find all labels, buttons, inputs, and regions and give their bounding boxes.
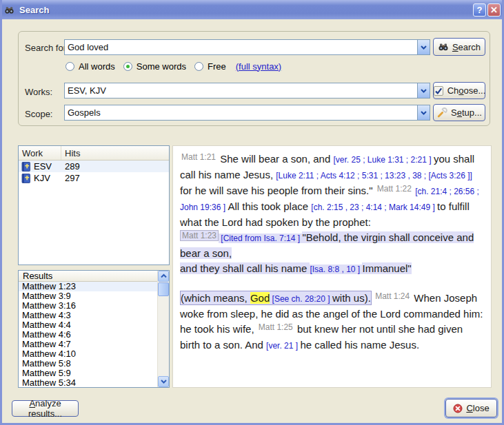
- analyze-button-label: Analyze results...: [17, 398, 74, 419]
- result-item[interactable]: Matthew 4:4: [19, 320, 157, 330]
- binoculars-icon: [438, 41, 449, 52]
- works-label: Works:: [25, 87, 52, 97]
- results-scrollbar[interactable]: [157, 271, 169, 387]
- analyze-results-button[interactable]: Analyze results...: [12, 400, 79, 417]
- results-panel: Results Matthew 1:23Matthew 3:9Matthew 3…: [18, 270, 170, 388]
- radio-label: All words: [79, 61, 115, 72]
- table-row[interactable]: ESV289: [19, 160, 169, 172]
- chevron-down-icon[interactable]: [417, 83, 430, 98]
- result-item[interactable]: Matthew 4:3: [19, 311, 157, 320]
- search-dialog: { "window": { "title": "Search", "help_g…: [0, 0, 504, 425]
- scope-input[interactable]: [65, 105, 417, 120]
- result-item[interactable]: Matthew 4:7: [19, 340, 157, 349]
- ref-segment: Matt 1:25: [257, 322, 294, 332]
- window-close-button[interactable]: ✕: [487, 3, 501, 17]
- radio-label: Free: [208, 61, 226, 72]
- xref-segment[interactable]: [Luke 2:11 ; Acts 4:12 ; 5:31 ; 13:23 , …: [276, 171, 472, 180]
- verse-paragraph: Matt 1:21 She will bear a son, and [ver.…: [180, 152, 484, 230]
- radio-circle: [65, 62, 74, 71]
- radio-some-words[interactable]: Some words: [123, 61, 186, 72]
- hits-table-body: ESV289 KJV297: [19, 160, 169, 184]
- table-row[interactable]: KJV297: [19, 172, 169, 184]
- red-x-circle-icon: [453, 404, 463, 413]
- checkmark-icon: [433, 85, 444, 96]
- search-button-label: Search: [452, 42, 481, 52]
- xref-segment[interactable]: [See ch. 28:20 ]: [270, 294, 332, 304]
- binoculars-icon: [3, 5, 15, 15]
- setup-scope-button[interactable]: Setup...: [433, 104, 485, 121]
- close-button[interactable]: Close: [445, 399, 497, 417]
- xref-segment[interactable]: [ver. 25 ; Luke 1:31 ; 2:21 ]: [333, 155, 433, 165]
- verse-paragraph: (which means, God [See ch. 28:20 ] with …: [180, 291, 484, 353]
- result-item[interactable]: Matthew 3:16: [19, 301, 157, 311]
- verse-paragraph: Matt 1:23 [Cited from Isa. 7:14 ] "Behol…: [180, 230, 484, 261]
- full-syntax-link[interactable]: (full syntax): [236, 61, 281, 72]
- book-icon: [21, 174, 31, 183]
- mark-segment: God: [250, 292, 270, 304]
- work-name: KJV: [34, 173, 65, 183]
- results-header: Results: [19, 271, 157, 282]
- verse-paragraph: and they shall call his name [Isa. 8:8 ,…: [180, 261, 484, 277]
- xref-segment[interactable]: [ch. 2:15 , 23 ; 4:14 ; Mark 14:49 ]: [311, 203, 437, 212]
- scrollbar-thumb[interactable]: [158, 282, 169, 296]
- search-query-input[interactable]: [65, 40, 417, 54]
- current-verse-box: (which means, God [See ch. 28:20 ] with …: [180, 291, 372, 305]
- work-hits: 297: [65, 173, 80, 183]
- verse-panel[interactable]: Matt 1:21 She will bear a son, and [ver.…: [172, 145, 492, 388]
- chevron-down-icon[interactable]: [417, 40, 430, 54]
- radio-label: Some words: [137, 61, 186, 72]
- works-input[interactable]: [65, 83, 417, 98]
- search-modes-row: All wordsSome wordsFree (full syntax): [65, 61, 281, 72]
- chevron-down-icon[interactable]: [417, 105, 430, 120]
- search-for-label: Search for:: [25, 43, 69, 53]
- radio-circle: [194, 62, 203, 71]
- result-item[interactable]: Matthew 5:8: [19, 359, 157, 369]
- book-icon: [21, 162, 31, 172]
- xref-segment[interactable]: [ver. 21 ]: [266, 341, 300, 351]
- word-segment: All this took place: [228, 200, 311, 212]
- word-segment: with us).: [332, 292, 371, 304]
- radio-free[interactable]: Free: [194, 61, 226, 72]
- close-button-label: Close: [466, 403, 489, 413]
- scroll-up-icon[interactable]: [158, 271, 169, 282]
- choose-button-label: Choose...: [447, 85, 486, 96]
- xref-segment[interactable]: [Isa. 8:8 , 10 ]: [310, 265, 362, 274]
- results-list: Matthew 1:23Matthew 3:9Matthew 3:16Matth…: [19, 282, 157, 387]
- ref-segment: Matt 1:21: [180, 152, 217, 162]
- radio-all-words[interactable]: All words: [65, 61, 115, 72]
- window-title: Search: [19, 5, 472, 15]
- word-segment: She will bear a son, and: [217, 153, 333, 165]
- scope-label: Scope:: [25, 109, 52, 119]
- word-segment: (which means,: [181, 292, 250, 304]
- ref-segment: Matt 1:23: [180, 230, 219, 241]
- work-name: ESV: [34, 161, 65, 172]
- column-header-work[interactable]: Work: [19, 146, 61, 160]
- result-item[interactable]: Matthew 4:6: [19, 330, 157, 340]
- xref-segment[interactable]: [Cited from Isa. 7:14 ]: [219, 234, 302, 243]
- setup-button-label: Setup...: [451, 107, 482, 118]
- hits-table: Work Hits ESV289 KJV297: [18, 145, 170, 265]
- help-button[interactable]: ?: [473, 3, 486, 17]
- word-segment: for he will save his people from their s…: [180, 185, 376, 196]
- titlebar[interactable]: Search ? ✕: [0, 0, 504, 19]
- work-hits: 289: [65, 161, 80, 172]
- works-combobox[interactable]: [64, 83, 430, 99]
- scope-combobox[interactable]: [64, 105, 430, 121]
- result-item[interactable]: Matthew 5:34: [19, 378, 157, 387]
- word-segment: and they shall call his name: [180, 262, 310, 274]
- result-item[interactable]: Matthew 4:10: [19, 349, 157, 359]
- result-item[interactable]: Matthew 3:9: [19, 291, 157, 301]
- scroll-down-icon[interactable]: [158, 376, 169, 387]
- result-item[interactable]: Matthew 5:9: [19, 369, 157, 378]
- search-button[interactable]: Search: [433, 38, 485, 56]
- column-header-hits[interactable]: Hits: [61, 146, 169, 160]
- hits-table-header[interactable]: Work Hits: [19, 146, 169, 160]
- choose-works-button[interactable]: Choose...: [433, 82, 485, 99]
- scrollbar-track[interactable]: [158, 297, 169, 376]
- result-item[interactable]: Matthew 1:23: [19, 282, 157, 291]
- search-query-combobox[interactable]: [64, 39, 430, 55]
- wrench-icon: [436, 107, 447, 118]
- word-segment: he called his name Jesus.: [300, 339, 419, 351]
- word-segment: Immanuel": [362, 262, 411, 274]
- ref-segment: Matt 1:22: [376, 184, 413, 194]
